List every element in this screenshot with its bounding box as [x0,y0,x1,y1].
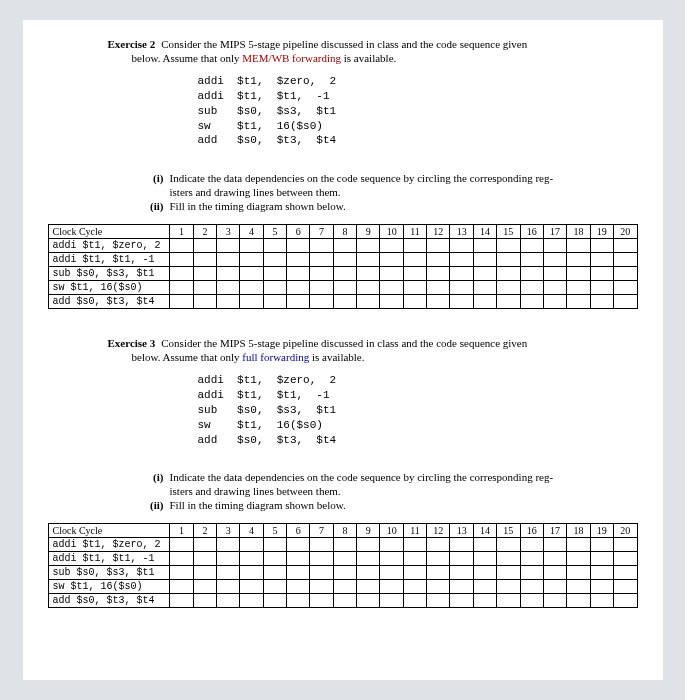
cycle-num: 16 [520,225,543,239]
part-i-cont: isters and drawing lines between them. [138,186,638,198]
part-i: (i) Indicate the data dependencies on th… [138,172,638,184]
cycle-num: 7 [310,225,333,239]
table-row: sw $t1, 16($s0) [48,281,637,295]
sublist: (i) Indicate the data dependencies on th… [48,172,638,212]
timing-table: Clock Cycle 1 2 3 4 5 6 7 8 9 10 11 12 1… [48,224,638,309]
part-ii: (ii) Fill in the timing diagram shown be… [138,200,638,212]
instr-cell: add $s0, $t3, $t4 [48,594,170,608]
cycle-num: 10 [380,524,403,538]
intro-part-b: is available. [341,52,396,64]
exercise-intro-2: below. Assume that only MEM/WB forwardin… [48,52,638,64]
cycle-num: 9 [357,225,380,239]
instr-cell: addi $t1, $zero, 2 [48,538,170,552]
cycle-num: 12 [427,524,450,538]
cycle-num: 19 [590,524,613,538]
instr-cell: add $s0, $t3, $t4 [48,295,170,309]
cycle-num: 14 [473,225,496,239]
table-row: add $s0, $t3, $t4 [48,594,637,608]
cycle-num: 17 [543,524,566,538]
part-text: Indicate the data dependencies on the co… [170,172,638,184]
exercise-label: Exercise 2 [48,38,156,50]
timing-table: Clock Cycle 1 2 3 4 5 6 7 8 9 10 11 12 1… [48,523,638,608]
exercise-label: Exercise 3 [48,337,156,349]
cycle-num: 11 [403,225,426,239]
table-row: add $s0, $t3, $t4 [48,295,637,309]
exercise-header: Exercise 3 Consider the MIPS 5-stage pip… [48,337,638,349]
cycle-num: 6 [287,225,310,239]
part-ii: (ii) Fill in the timing diagram shown be… [138,499,638,511]
cycle-num: 13 [450,225,473,239]
cycle-num: 5 [263,225,286,239]
instr-cell: sub $s0, $s3, $t1 [48,267,170,281]
part-marker: (ii) [138,200,164,212]
cycle-num: 5 [263,524,286,538]
cycle-num: 14 [473,524,496,538]
intro-part-b: is available. [309,351,364,363]
highlight-full-fwd: full forwarding [242,351,309,363]
table-row: sw $t1, 16($s0) [48,580,637,594]
exercise-3: Exercise 3 Consider the MIPS 5-stage pip… [48,337,638,608]
cycle-num: 15 [497,225,520,239]
exercise-2: Exercise 2 Consider the MIPS 5-stage pip… [48,38,638,309]
table-row: addi $t1, $t1, -1 [48,552,637,566]
exercise-intro-2: below. Assume that only full forwarding … [48,351,638,363]
instr-cell: sw $t1, 16($s0) [48,580,170,594]
cycle-num: 13 [450,524,473,538]
table-row: sub $s0, $s3, $t1 [48,566,637,580]
part-marker: (ii) [138,499,164,511]
exercise-intro-1: Consider the MIPS 5-stage pipeline discu… [161,337,637,349]
sublist: (i) Indicate the data dependencies on th… [48,471,638,511]
cycle-num: 1 [170,225,193,239]
cycle-num: 2 [193,225,216,239]
cycle-num: 4 [240,524,263,538]
code-block: addi $t1, $zero, 2 addi $t1, $t1, -1 sub… [48,74,638,148]
part-marker: (i) [138,172,164,184]
cycle-num: 4 [240,225,263,239]
instr-cell: sub $s0, $s3, $t1 [48,566,170,580]
page: Exercise 2 Consider the MIPS 5-stage pip… [23,20,663,680]
cycle-num: 9 [357,524,380,538]
table-row: addi $t1, $t1, -1 [48,253,637,267]
cycle-num: 17 [543,225,566,239]
instr-cell: addi $t1, $t1, -1 [48,552,170,566]
cycle-num: 16 [520,524,543,538]
cycle-num: 7 [310,524,333,538]
cycle-num: 2 [193,524,216,538]
highlight-memwb: MEM/WB forwarding [242,52,341,64]
cycle-num: 8 [333,524,356,538]
code-block: addi $t1, $zero, 2 addi $t1, $t1, -1 sub… [48,373,638,447]
part-text: Indicate the data dependencies on the co… [170,471,638,483]
cycle-num: 15 [497,524,520,538]
instr-cell: addi $t1, $t1, -1 [48,253,170,267]
cycle-num: 20 [613,524,637,538]
cycle-num: 20 [613,225,637,239]
part-i: (i) Indicate the data dependencies on th… [138,471,638,483]
part-text: Fill in the timing diagram shown below. [170,200,638,212]
clock-cycle-header: Clock Cycle [48,225,170,239]
part-text-cont: isters and drawing lines between them. [170,186,341,198]
cycle-num: 18 [567,225,590,239]
cycle-num: 10 [380,225,403,239]
table-row: addi $t1, $zero, 2 [48,538,637,552]
cycle-num: 1 [170,524,193,538]
exercise-intro-1: Consider the MIPS 5-stage pipeline discu… [161,38,637,50]
instr-cell: addi $t1, $zero, 2 [48,239,170,253]
cycle-num: 18 [567,524,590,538]
intro-part-a: below. Assume that only [132,351,243,363]
cycle-num: 12 [427,225,450,239]
part-text: Fill in the timing diagram shown below. [170,499,638,511]
part-i-cont: isters and drawing lines between them. [138,485,638,497]
part-text-cont: isters and drawing lines between them. [170,485,341,497]
cycle-num: 11 [403,524,426,538]
cycle-num: 3 [217,225,240,239]
instr-cell: sw $t1, 16($s0) [48,281,170,295]
intro-part-a: below. Assume that only [132,52,243,64]
exercise-header: Exercise 2 Consider the MIPS 5-stage pip… [48,38,638,50]
clock-cycle-header: Clock Cycle [48,524,170,538]
cycle-num: 6 [287,524,310,538]
cycle-num: 3 [217,524,240,538]
table-row: addi $t1, $zero, 2 [48,239,637,253]
part-marker: (i) [138,471,164,483]
table-row: sub $s0, $s3, $t1 [48,267,637,281]
cycle-num: 19 [590,225,613,239]
